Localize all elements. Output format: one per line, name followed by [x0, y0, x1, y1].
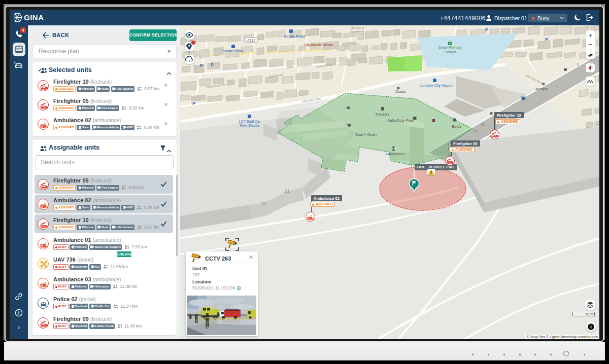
- svg-text:2a: 2a: [473, 128, 478, 133]
- svg-text:Saville Road: Saville Road: [222, 49, 243, 53]
- svg-text:P: P: [211, 62, 214, 67]
- svg-text:22: 22: [261, 201, 266, 206]
- svg-text:A112: A112: [247, 39, 255, 42]
- svg-text:LCY Staff Car: LCY Staff Car: [239, 120, 261, 123]
- svg-text:P: P: [192, 101, 195, 106]
- svg-text:P: P: [545, 37, 548, 42]
- svg-text:Costa: Costa: [395, 89, 405, 94]
- svg-text:London City Airport: London City Airport: [420, 83, 453, 88]
- svg-text:Aeropa: Aeropa: [535, 87, 548, 91]
- svg-text:Boots: Boots: [452, 124, 461, 129]
- svg-text:Saville Road: Saville Road: [284, 34, 305, 39]
- svg-text:2b: 2b: [481, 122, 485, 127]
- svg-text:Drew Primary: Drew Primary: [438, 45, 462, 50]
- svg-text:Travelex: Travelex: [375, 112, 390, 117]
- svg-text:21: 21: [285, 189, 290, 194]
- svg-text:P: P: [200, 63, 203, 68]
- svg-text:Soul + Grain: Soul + Grain: [355, 132, 377, 137]
- svg-text:Park Shuttle: Park Shuttle: [240, 124, 259, 127]
- svg-text:Aelia Duty Free: Aelia Duty Free: [387, 118, 414, 123]
- svg-text:The Girl of: The Girl of: [350, 26, 364, 29]
- svg-text:Juniper&Co: Juniper&Co: [385, 152, 404, 156]
- svg-text:Sandwich: Sandwich: [351, 30, 364, 33]
- svg-text:School: School: [445, 50, 456, 54]
- svg-text:3: 3: [577, 62, 579, 67]
- svg-text:P: P: [485, 27, 488, 32]
- svg-text:City Airport Dental: City Airport Dental: [304, 43, 333, 47]
